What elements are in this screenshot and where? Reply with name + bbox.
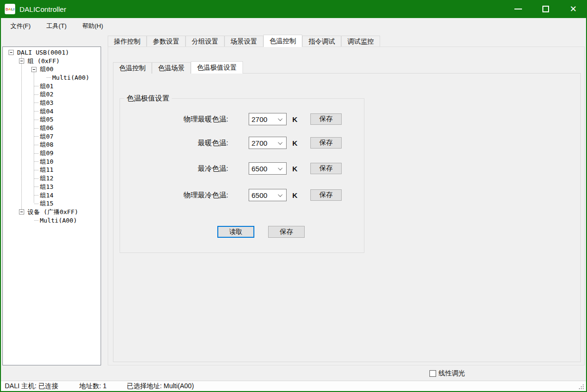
tree-connector [34, 86, 38, 86]
save-physical-warmest-button[interactable]: 保存 [310, 113, 342, 125]
tree-node-group10[interactable]: 组10 [3, 158, 101, 166]
unit-label: K [292, 139, 299, 147]
close-button[interactable]: ✕ [559, 0, 587, 18]
checkbox-icon[interactable] [429, 370, 436, 377]
tab-color-temperature-control[interactable]: 色温控制 [263, 35, 302, 47]
field-label: 物理最冷色温: [157, 191, 228, 200]
collapse-icon[interactable] [19, 209, 24, 215]
tree-connector [34, 161, 38, 162]
tree-connector [34, 145, 38, 145]
subtab-ct-scene[interactable]: 色温场景 [152, 62, 191, 74]
collapse-icon[interactable] [19, 58, 24, 64]
linear-dimming-checkbox[interactable]: 线性调光 [429, 369, 465, 378]
resize-grip[interactable] [583, 388, 584, 389]
tab-grouping-settings[interactable]: 分组设置 [186, 36, 224, 47]
menu-bar: 文件(F) 工具(T) 帮助(H) [1, 18, 586, 34]
sub-tab-strip: 色温控制 色温场景 色温极值设置 [113, 61, 243, 74]
tree-connector [34, 111, 38, 112]
collapse-icon[interactable] [9, 50, 14, 55]
tree-node-group04[interactable]: 组04 [3, 107, 101, 116]
tree-node-group05[interactable]: 组05 [3, 116, 101, 124]
save-coolest-button[interactable]: 保存 [310, 163, 342, 174]
tree-node-label: Multi(A00) [52, 74, 89, 81]
tree-node-group08[interactable]: 组08 [3, 141, 101, 149]
status-bar: DALI 主机: 已连接 地址数: 1 已选择地址: Multi(A00) [1, 381, 586, 391]
tree-connector [34, 178, 38, 179]
save-physical-coolest-button[interactable]: 保存 [310, 189, 342, 201]
field-label: 最冷色温: [157, 164, 228, 173]
tab-command-debug[interactable]: 指令调试 [302, 36, 341, 47]
row-physical-warmest: 物理最暖色温: 2700 K 保存 [120, 113, 342, 125]
unit-label: K [292, 191, 299, 199]
menu-file[interactable]: 文件(F) [4, 19, 37, 33]
tree-node-multi-2[interactable]: Multi(A00) [3, 216, 101, 225]
chevron-down-icon [278, 166, 283, 170]
tree-node-label: DALI USB(0001) [17, 49, 69, 56]
menu-help[interactable]: 帮助(H) [76, 19, 109, 33]
save-all-button[interactable]: 保存 [268, 226, 305, 238]
tree-node-label: 组14 [40, 191, 54, 200]
tree-node-group02[interactable]: 组02 [3, 90, 101, 99]
tree-node-group09[interactable]: 组09 [3, 149, 101, 158]
tab-debug-monitor[interactable]: 调试监控 [341, 36, 380, 47]
main-tab-strip: 操作控制 参数设置 分组设置 场景设置 色温控制 指令调试 调试监控 [108, 35, 380, 47]
tree-node-group14[interactable]: 组14 [3, 191, 101, 200]
row-coolest: 最冷色温: 6500 K 保存 [120, 162, 342, 175]
status-address-count: 地址数: 1 [79, 382, 107, 391]
field-label: 物理最暖色温: [157, 115, 228, 124]
tree-connector [34, 220, 38, 221]
tab-scene-settings[interactable]: 场景设置 [224, 36, 263, 47]
tree-connector [34, 120, 38, 120]
checkbox-label: 线性调光 [438, 369, 465, 378]
tree-connector [47, 77, 51, 78]
tree-node-label: 组06 [40, 124, 54, 132]
tree-node-group15[interactable]: 组15 [3, 199, 101, 208]
tree-node-label: 组10 [40, 158, 54, 166]
tree-connector [34, 195, 38, 196]
tree-node-multi[interactable]: Multi(A00) [3, 74, 101, 82]
physical-coolest-ct-select[interactable]: 6500 [249, 189, 287, 201]
save-warmest-button[interactable]: 保存 [310, 137, 342, 149]
tab-operation-control[interactable]: 操作控制 [108, 36, 147, 47]
groupbox-title: 色温极值设置 [124, 94, 172, 103]
subtab-ct-control[interactable]: 色温控制 [113, 62, 152, 74]
tree-connector [34, 187, 38, 187]
tree-node-label: 组02 [40, 90, 54, 99]
tab-parameter-settings[interactable]: 参数设置 [147, 36, 186, 47]
tree-node-label: 组15 [40, 199, 54, 208]
tree-node-group00[interactable]: 组00 [3, 65, 101, 74]
menu-tools[interactable]: 工具(T) [40, 19, 73, 33]
maximize-button[interactable] [532, 0, 559, 18]
physical-warmest-ct-select[interactable]: 2700 [249, 113, 287, 125]
tree-node-label: 设备 (广播0xFF) [28, 208, 78, 216]
tree-node-group01[interactable]: 组01 [3, 82, 101, 91]
tree-node-group13[interactable]: 组13 [3, 183, 101, 191]
tree-node-group12[interactable]: 组12 [3, 174, 101, 183]
coolest-ct-select[interactable]: 6500 [249, 162, 287, 175]
tree-node-group-all[interactable]: 组 (0xFF) [3, 57, 101, 65]
tree-node-root[interactable]: DALI USB(0001) [3, 48, 101, 57]
minimize-button[interactable] [504, 0, 532, 18]
title-bar: DALI DALIController ✕ [0, 0, 587, 18]
tree-node-group06[interactable]: 组06 [3, 124, 101, 132]
tree-node-group11[interactable]: 组11 [3, 166, 101, 175]
read-button[interactable]: 读取 [217, 226, 254, 238]
tree-node-label: 组 (0xFF) [28, 57, 60, 65]
window-title: DALIController [19, 5, 66, 13]
row-warmest: 最暖色温: 2700 K 保存 [120, 137, 342, 149]
tree-node-label: 组05 [40, 115, 54, 124]
tree-node-device-broadcast[interactable]: 设备 (广播0xFF) [3, 208, 101, 216]
tree-node-group03[interactable]: 组03 [3, 99, 101, 107]
subtab-ct-extreme-settings[interactable]: 色温极值设置 [191, 61, 243, 74]
device-tree: DALI USB(0001) 组 (0xFF) 组00 Multi(A00) 组… [2, 47, 101, 365]
warmest-ct-select[interactable]: 2700 [249, 137, 287, 149]
tree-node-label: 组03 [40, 99, 54, 107]
tree-node-group07[interactable]: 组07 [3, 132, 101, 141]
collapse-icon[interactable] [31, 67, 37, 72]
app-icon: DALI [5, 4, 15, 14]
ct-extremes-groupbox: 色温极值设置 物理最暖色温: 2700 K 保存 最暖色温: 2700 K 保存… [120, 98, 364, 253]
tree-connector [34, 128, 38, 129]
tree-connector [34, 170, 38, 170]
tree-connector [34, 136, 38, 137]
status-selected-address: 已选择地址: Multi(A00) [127, 382, 194, 391]
